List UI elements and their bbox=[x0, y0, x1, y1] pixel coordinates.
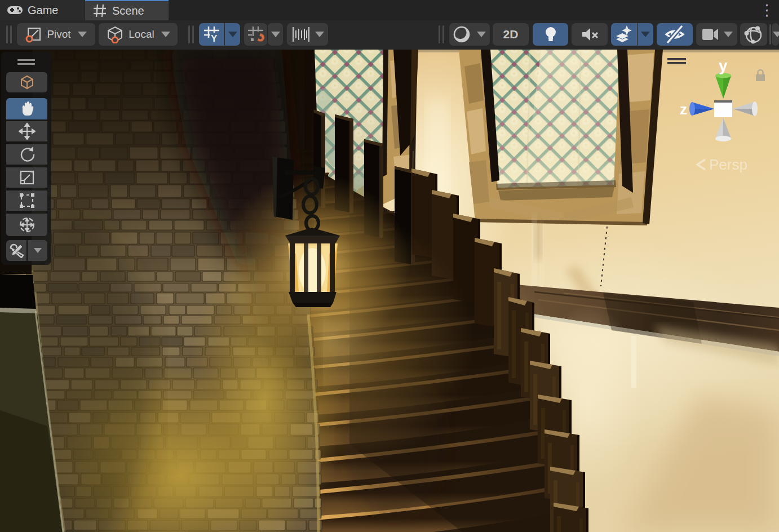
svg-text:Persp: Persp bbox=[709, 156, 747, 173]
svg-text:y: y bbox=[719, 57, 728, 74]
svg-text:z: z bbox=[680, 101, 687, 118]
svg-text:Y: Y bbox=[211, 33, 218, 43]
